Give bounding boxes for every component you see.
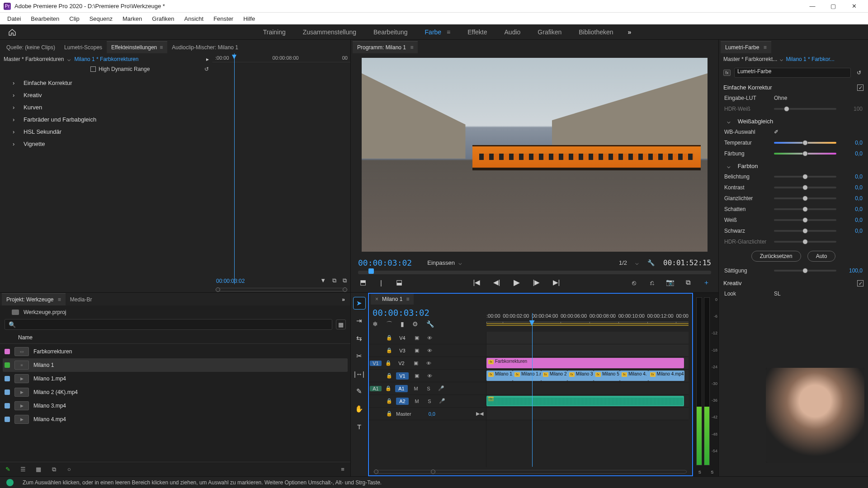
section-einfache-korrektur[interactable]: Einfache Korrektur <box>723 80 863 93</box>
tab-menu-icon[interactable]: ≡ <box>406 296 409 302</box>
tool-razor[interactable]: ✂ <box>354 350 365 362</box>
solo-icon[interactable]: S <box>424 386 433 391</box>
wh-value[interactable]: 0,0 <box>841 217 863 223</box>
clip-video[interactable]: fxMilano 5 <box>594 371 620 381</box>
program-scrubber[interactable] <box>358 269 711 276</box>
export-frame-icon[interactable]: 📷 <box>665 277 675 287</box>
toggle-output-icon[interactable]: ▣ <box>412 347 421 353</box>
lumetri-effect-select[interactable]: Lumetri-Farbe <box>734 68 851 78</box>
add-button-icon[interactable]: ＋ <box>701 277 711 287</box>
hi-value[interactable]: 0,0 <box>841 195 863 202</box>
track-v2[interactable]: V2 <box>395 360 408 367</box>
tool-slip[interactable]: |↔| <box>354 368 365 380</box>
toggle-output-icon[interactable]: ▣ <box>411 360 420 366</box>
play-icon[interactable]: ▸ <box>206 56 209 62</box>
filter-icon[interactable]: ▼ <box>320 277 326 284</box>
menu-datei[interactable]: Datei <box>3 14 25 23</box>
new-item-icon[interactable]: ✎ <box>4 465 12 474</box>
mute-icon[interactable]: M <box>411 386 420 391</box>
lock-icon[interactable]: 🔒 <box>385 385 392 391</box>
sec-hsl-sekundaer[interactable]: ›HSL Sekundär <box>4 126 209 138</box>
tab-effekteinstellungen[interactable]: Effekteinstellungen≡ <box>107 41 167 53</box>
ws-effekte[interactable]: Effekte <box>465 27 490 38</box>
auto-button[interactable]: Auto <box>807 251 836 262</box>
step-back-icon[interactable]: ◀| <box>492 277 502 287</box>
proj-menu-icon[interactable]: ≡ <box>339 465 347 474</box>
eye-icon[interactable]: 👁 <box>425 335 434 341</box>
project-item[interactable]: ▶Milano 1.mp4 <box>3 372 348 385</box>
con-slider[interactable] <box>774 187 836 188</box>
solo-button-r[interactable]: S <box>711 470 713 474</box>
eyedropper-icon[interactable]: ✐ <box>774 129 778 135</box>
caret-down-icon[interactable]: ⌵ <box>458 259 462 266</box>
solo-icon[interactable]: S <box>425 399 434 404</box>
exp-value[interactable]: 0,0 <box>841 174 863 180</box>
lock-icon[interactable]: 🔒 <box>385 360 392 366</box>
menu-marken[interactable]: Marken <box>118 14 146 23</box>
ws-overflow-icon[interactable]: » <box>628 28 632 36</box>
master-value[interactable]: 0,0 <box>429 411 435 417</box>
clip-video[interactable]: fxMilano 4.mp4 <box>648 371 684 381</box>
menu-hilfe[interactable]: Hilfe <box>239 14 259 23</box>
wrench-icon[interactable]: 🔧 <box>426 320 434 328</box>
tab-media-browser[interactable]: Media-Br <box>66 294 97 305</box>
mini-playhead[interactable] <box>234 53 235 284</box>
list-view-icon[interactable]: ☰ <box>19 465 27 474</box>
ws-zusammenstellung[interactable]: Zusammenstellung <box>300 27 359 38</box>
sec-vignette[interactable]: ›Vignette <box>4 138 209 150</box>
timeline-tab[interactable]: ×Milano 1≡ <box>371 293 414 305</box>
storyboard-icon[interactable]: ▦ <box>336 319 346 329</box>
src-out-icon[interactable]: ⧉ <box>332 277 336 284</box>
sh-slider[interactable] <box>774 208 836 210</box>
ws-bearbeitung[interactable]: Bearbeitung <box>371 27 410 38</box>
temp-value[interactable]: 0,0 <box>841 140 863 146</box>
tab-menu-icon[interactable]: ≡ <box>160 44 163 51</box>
track-v4[interactable]: V4 <box>396 334 409 342</box>
section-farbton[interactable]: ⌵ Farbton <box>723 159 863 171</box>
snap-icon[interactable]: ❄ <box>373 320 378 328</box>
eye-icon[interactable]: 👁 <box>425 373 434 379</box>
lut-dropdown[interactable]: Ohne <box>774 95 787 101</box>
goto-in-icon[interactable]: |◀ <box>472 277 482 287</box>
collapse-icon[interactable]: ▶◀ <box>476 411 483 417</box>
clip-video[interactable]: fxMilano 2 ( <box>541 371 567 381</box>
close-button[interactable]: ✕ <box>844 0 864 13</box>
temp-slider[interactable] <box>774 142 836 144</box>
sec-farbraeder[interactable]: ›Farbräder und Farbabgleich <box>4 113 209 126</box>
tool-type[interactable]: T <box>354 421 365 432</box>
sec-kreativ[interactable]: ›Kreativ <box>4 89 209 101</box>
comparison-icon[interactable]: ⧉ <box>683 277 693 287</box>
clip-video[interactable]: fxMilano 3 <box>567 371 594 381</box>
sec-kurven[interactable]: ›Kurven <box>4 101 209 113</box>
toggle-output-icon[interactable]: ▣ <box>412 373 421 379</box>
tab-programm[interactable]: Programm: Milano 1 ≡ <box>353 41 418 53</box>
work-area-bar[interactable] <box>486 323 689 326</box>
tab-projekt[interactable]: Projekt: Werkzeuge ≡ <box>2 293 66 305</box>
look-dropdown[interactable]: SL <box>774 291 781 297</box>
lock-icon[interactable]: 🔒 <box>386 347 392 353</box>
menu-ansicht[interactable]: Ansicht <box>179 14 208 23</box>
src-out2-icon[interactable]: ⧉ <box>343 277 347 284</box>
track-master[interactable]: Master <box>396 411 411 417</box>
source-a1[interactable]: A1 <box>370 386 382 391</box>
ws-grafiken[interactable]: Grafiken <box>535 27 564 38</box>
caret-down-icon[interactable]: ⌵ <box>635 259 639 266</box>
zoom-slider-icon[interactable]: ○ <box>65 465 73 474</box>
hdr-checkbox[interactable] <box>90 66 96 72</box>
maximize-button[interactable]: ▢ <box>823 0 844 13</box>
ws-menu-icon[interactable]: ≡ <box>447 28 450 36</box>
sat-slider[interactable] <box>774 270 836 272</box>
reset-hdr-icon[interactable]: ↺ <box>204 66 209 72</box>
track-v1[interactable]: V1 <box>396 372 409 380</box>
close-icon[interactable]: × <box>375 296 378 302</box>
linked-sel-icon[interactable]: ⌒ <box>386 320 392 328</box>
lock-icon[interactable]: 🔒 <box>386 335 392 341</box>
clip-audio[interactable]: fx <box>486 396 684 406</box>
project-item[interactable]: ▶Milano 4.mp4 <box>3 413 348 426</box>
voice-icon[interactable]: 🎤 <box>438 398 447 404</box>
project-item[interactable]: ▶Milano 3.mp4 <box>3 399 348 413</box>
tool-pen[interactable]: ✎ <box>354 385 365 397</box>
mini-zoom-slider[interactable] <box>216 288 347 291</box>
sec-einfache-korrektur[interactable]: ›Einfache Korrektur <box>4 77 209 89</box>
tab-lumetri-farbe[interactable]: Lumetri-Farbe ≡ <box>721 41 771 53</box>
